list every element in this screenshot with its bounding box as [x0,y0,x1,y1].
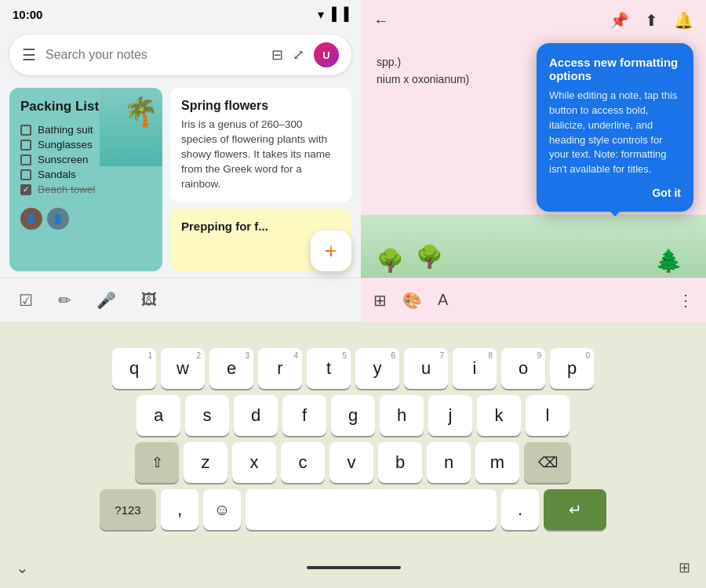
item-label: Sandals [38,169,76,180]
key-w[interactable]: 2w [161,348,205,389]
key-s[interactable]: s [185,395,229,436]
key-r[interactable]: 4r [258,348,302,389]
key-x[interactable]: x [232,442,276,483]
palm-tree-icon: 🌴 [123,96,158,129]
key-i[interactable]: 8i [453,348,497,389]
superscript-7: 7 [439,351,444,360]
item-label: Beach towel [38,183,96,195]
tooltip-title: Access new formatting options [549,56,681,82]
item-label: Bathing suit [38,124,93,136]
checkbox-checked[interactable]: ✓ [20,184,31,195]
nav-bar: ⌄ ⊞ [0,554,706,588]
key-p[interactable]: 0p [550,348,594,389]
symbols-key[interactable]: ?123 [100,489,156,530]
superscript-9: 9 [537,351,541,360]
reminder-icon[interactable]: 🔔 [674,11,693,30]
notes-section: Packing List 🌴 Bathing suit Sunglasses [0,82,361,278]
pin-icon[interactable]: 📌 [610,11,629,30]
comma-key[interactable]: , [161,489,198,530]
prepping-title: Prepping for f... [181,220,268,233]
key-h[interactable]: h [380,395,424,436]
emoji-key[interactable]: ☺ [203,489,241,530]
nav-down-icon[interactable]: ⌄ [16,558,29,577]
key-k[interactable]: k [477,395,521,436]
key-g[interactable]: g [331,395,375,436]
key-v[interactable]: v [329,442,373,483]
enter-key[interactable]: ↵ [544,489,606,530]
key-m[interactable]: m [475,442,519,483]
key-o[interactable]: 9o [501,348,545,389]
superscript-4: 4 [293,351,298,360]
key-n[interactable]: n [427,442,471,483]
superscript-3: 3 [245,351,249,360]
key-e[interactable]: 3e [209,348,253,389]
superscript-1: 1 [147,351,152,360]
note-text-2: nium x oxonianum) [377,73,469,85]
expand-icon[interactable]: ⤢ [293,46,304,64]
tooltip-body: While editing a note, tap this button to… [549,89,681,177]
key-z[interactable]: z [184,442,227,483]
search-bar[interactable]: ☰ Search your notes ⊟ ⤢ U [9,34,351,75]
backspace-key[interactable]: ⌫ [524,442,571,483]
key-f[interactable]: f [282,395,326,436]
archive-icon[interactable]: ⬆ [645,11,658,30]
user-avatar[interactable]: U [314,42,339,67]
map-area: 🌳 🌳 🌲 [361,215,706,278]
home-indicator[interactable] [307,566,401,569]
status-bar: 10:00 ▾ ▐ ▐ [0,0,361,28]
keyboard-row-3: ⇧ z x c v b n m ⌫ [5,442,701,483]
tree-icon-3: 🌲 [655,248,682,274]
text-format-icon[interactable]: A [438,291,448,309]
menu-icon[interactable]: ☰ [22,45,36,64]
key-l[interactable]: l [526,395,570,436]
note-bottom-toolbar: ⊞ 🎨 A ⋮ [361,278,706,321]
fab-button[interactable]: + [311,230,351,271]
more-options-icon[interactable]: ⋮ [678,291,693,310]
list-item[interactable]: Sandals [20,169,151,180]
card-footer: 👤 👤 [9,200,162,239]
edit-icon[interactable]: ✏ [58,291,71,310]
key-t[interactable]: 5t [307,348,351,389]
tree-icon-1: 🌳 [377,248,404,274]
formatting-tooltip: Access new formatting options While edit… [537,43,693,212]
got-it-button[interactable]: Got it [549,187,681,199]
flower-note-text: Iris is a genus of 260–300 species of fl… [181,118,340,191]
checkbox[interactable] [20,154,31,165]
period-key[interactable]: . [501,489,539,530]
back-button[interactable]: ← [373,12,389,30]
packing-illustration: 🌴 [100,88,162,166]
image-icon[interactable]: 🖼 [141,291,157,309]
keyboard-row-2: a s d f g h j k l [5,395,701,436]
list-item[interactable]: ✓ Beach towel [20,183,151,195]
key-a[interactable]: a [136,395,180,436]
flower-note-title: Spring flowers [181,99,340,113]
keyboard-grid-icon[interactable]: ⊞ [679,559,690,576]
key-j[interactable]: j [428,395,472,436]
status-time: 10:00 [13,8,42,21]
key-y[interactable]: 6y [355,348,399,389]
palette-icon[interactable]: 🎨 [402,291,422,310]
packing-list-card[interactable]: Packing List 🌴 Bathing suit Sunglasses [9,88,162,271]
key-d[interactable]: d [234,395,278,436]
grid-view-icon[interactable]: ⊟ [271,46,283,64]
collaborator-avatar-2: 👤 [47,208,69,230]
key-u[interactable]: 7u [404,348,448,389]
shift-key[interactable]: ⇧ [135,442,179,483]
right-panel: ← 📌 ⬆ 🔔 spp.) nium x oxonianum) 🌳 🌳 🌲 Ac… [361,0,706,321]
checkbox[interactable] [20,169,31,180]
keyboard-row-4: ?123 , ☺ . ↵ [5,489,701,530]
spring-flowers-card[interactable]: Spring flowers Iris is a genus of 260–30… [170,88,351,202]
key-b[interactable]: b [378,442,422,483]
checkbox-toolbar-icon[interactable]: ☑ [19,291,33,310]
superscript-8: 8 [488,351,493,360]
search-input-label[interactable]: Search your notes [45,48,262,62]
add-content-icon[interactable]: ⊞ [373,291,387,310]
checkbox[interactable] [20,140,31,151]
checkbox[interactable] [20,125,31,136]
key-c[interactable]: c [281,442,325,483]
item-label: Sunscreen [38,154,89,165]
key-q[interactable]: 1q [112,348,156,389]
mic-icon[interactable]: 🎤 [96,291,116,310]
item-label: Sunglasses [38,139,93,151]
space-key[interactable] [246,489,497,530]
